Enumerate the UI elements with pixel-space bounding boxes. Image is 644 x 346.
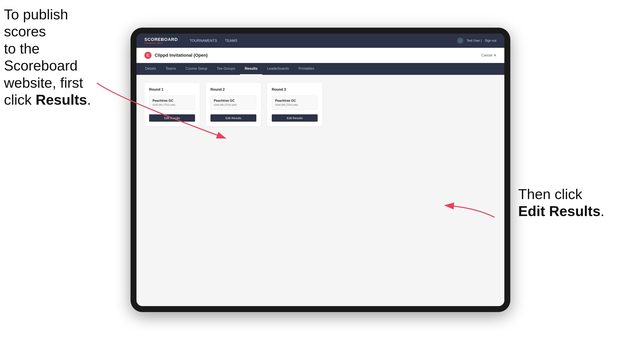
tab-printables[interactable]: Printables — [294, 63, 319, 75]
instruction-line3: website, first — [4, 75, 83, 91]
instruction-then-click: Then click — [518, 186, 582, 202]
round-2-title: Round 2 — [210, 87, 256, 92]
round-1-course-card: Peachtree GC Gold (M) (7010 yds) — [149, 96, 195, 110]
instruction-edit-results-bold: Edit Results — [518, 203, 600, 219]
instruction-line1: To publish scores — [4, 6, 68, 39]
tournament-header: C Clippd Invitational (Open) Cancel ✕ — [136, 48, 504, 63]
rounds-grid: Round 1 Peachtree GC Gold (M) (7010 yds)… — [144, 83, 496, 126]
tab-teams[interactable]: Teams — [161, 63, 181, 75]
tournament-icon: C — [144, 52, 152, 59]
tab-details[interactable]: Details — [140, 63, 161, 75]
cancel-label: Cancel — [481, 53, 492, 57]
tablet-screen: SCOREBOARD Powered by clippd TOURNAMENTS… — [136, 33, 504, 306]
round-2-edit-results-button[interactable]: Edit Results — [210, 114, 256, 122]
tab-tee-groups[interactable]: Tee Groups — [212, 63, 240, 75]
logo-text: SCOREBOARD — [144, 37, 178, 42]
round-2-card: Round 2 Peachtree GC Gold (M) (7010 yds)… — [206, 83, 261, 126]
logo-sub: Powered by clippd — [144, 42, 178, 44]
nav-tournaments[interactable]: TOURNAMENTS — [190, 38, 217, 44]
user-icon: 👤 — [457, 37, 464, 44]
round-3-edit-results-button[interactable]: Edit Results — [272, 114, 318, 122]
instruction-left: To publish scores to the Scoreboard webs… — [4, 6, 99, 108]
sign-out-link[interactable]: Sign out — [485, 39, 496, 42]
round-1-card: Round 1 Peachtree GC Gold (M) (7010 yds)… — [144, 83, 200, 126]
round-1-edit-results-button[interactable]: Edit Results — [149, 114, 195, 122]
close-icon: ✕ — [494, 53, 496, 57]
round-3-title: Round 3 — [272, 87, 318, 92]
round-3-card: Round 3 Peachtree GC Gold (M) (7010 yds)… — [267, 83, 322, 126]
instruction-line4-plain: click — [4, 92, 36, 108]
round-2-course-name: Peachtree GC — [214, 99, 253, 103]
round-1-course-details: Gold (M) (7010 yds) — [152, 103, 192, 106]
app-navbar: SCOREBOARD Powered by clippd TOURNAMENTS… — [136, 33, 504, 48]
user-name: Test User | — [466, 39, 482, 42]
tournament-name: Clippd Invitational (Open) — [155, 53, 208, 58]
tab-bar: Details Teams Course Setup Tee Groups Re… — [136, 63, 504, 75]
round-3-course-details: Gold (M) (7010 yds) — [275, 103, 314, 106]
main-content: C Clippd Invitational (Open) Cancel ✕ De… — [136, 48, 504, 306]
round-1-course-name: Peachtree GC — [152, 99, 192, 103]
logo-area: SCOREBOARD Powered by clippd — [144, 37, 178, 44]
tablet-device: SCOREBOARD Powered by clippd TOURNAMENTS… — [130, 28, 510, 312]
nav-right: 👤 Test User | Sign out — [457, 37, 496, 44]
round-1-title: Round 1 — [149, 87, 195, 92]
round-2-course-details: Gold (M) (7010 yds) — [214, 103, 253, 106]
round-3-course-card: Peachtree GC Gold (M) (7010 yds) — [272, 96, 318, 110]
round-2-course-card: Peachtree GC Gold (M) (7010 yds) — [210, 96, 256, 110]
tab-results[interactable]: Results — [240, 63, 262, 75]
instruction-line2: to the Scoreboard — [4, 41, 78, 73]
nav-links: TOURNAMENTS TEAMS — [190, 38, 457, 44]
instruction-right: Then click Edit Results. — [518, 186, 604, 220]
nav-teams[interactable]: TEAMS — [225, 38, 237, 44]
tournament-title: C Clippd Invitational (Open) — [144, 52, 208, 59]
cancel-button[interactable]: Cancel ✕ — [481, 53, 496, 57]
tab-leaderboards[interactable]: Leaderboards — [262, 63, 294, 75]
results-content: Round 1 Peachtree GC Gold (M) (7010 yds)… — [136, 75, 504, 306]
round-3-course-name: Peachtree GC — [275, 99, 314, 103]
instruction-results-bold: Results — [36, 92, 87, 108]
tab-course-setup[interactable]: Course Setup — [181, 63, 212, 75]
